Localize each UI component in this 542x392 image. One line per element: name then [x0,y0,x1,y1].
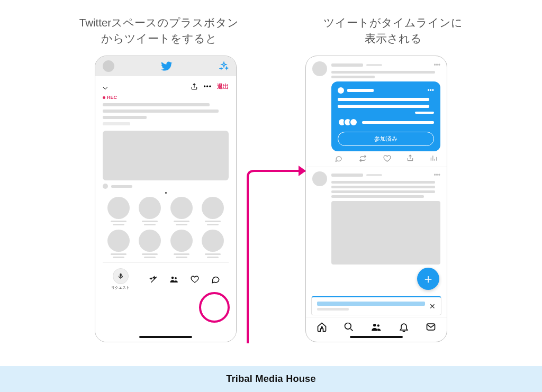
chevron-down-icon[interactable]: ⌵ [103,81,108,92]
highlight-ring [199,292,230,323]
people-icon[interactable] [169,275,179,284]
phone-right: ••• ••• [305,56,447,342]
participant[interactable] [134,230,166,258]
space-toolbar: リクエスト [103,262,229,294]
request-label: リクエスト [111,285,130,290]
name-line [331,174,363,177]
more-icon[interactable]: ••• [203,83,212,90]
image-caption [103,184,229,189]
participants-grid [103,197,229,258]
title-line [103,103,210,106]
participant[interactable] [197,197,229,225]
nav-home-icon[interactable] [317,322,327,332]
space-embed-card[interactable]: ••• 参加済み [331,81,440,151]
text-line [331,195,424,198]
share-icon[interactable] [406,154,414,162]
space-bar-sub [317,308,349,311]
nav-people-icon[interactable] [371,322,382,332]
space-bar-title [317,302,425,306]
space-card: ⌵ ••• 退出 REC [95,76,236,342]
rec-dot-icon [103,96,105,99]
space-mini-bar[interactable]: ✕ [311,296,441,315]
svg-point-1 [175,277,177,279]
tweet-avatar [312,171,327,186]
analytics-icon[interactable] [430,154,437,162]
leave-button[interactable]: 退出 [217,83,229,90]
close-icon[interactable]: ✕ [429,302,436,311]
space-image [103,131,229,180]
profile-avatar[interactable] [103,60,114,72]
twitter-logo-icon [161,60,173,72]
home-indicator [139,336,192,338]
caption-right: ツイートがタイムラインに 表示される [323,15,463,46]
tweet-image [331,201,440,265]
compose-fab[interactable]: ＋ [417,268,439,290]
nav-messages-icon[interactable] [426,322,436,332]
tweet[interactable]: ••• ••• [312,61,440,162]
name-line [331,63,363,67]
more-icon[interactable]: ••• [433,61,440,69]
reply-icon[interactable] [335,154,342,162]
captions-row: Twitterスペースのプラスボタン からツイートをすると ツイートがタイムライ… [0,0,542,46]
embed-title-line [338,105,429,108]
space-top-bar: ⌵ ••• 退出 [103,81,229,92]
svg-point-2 [321,327,322,329]
participant[interactable] [166,197,197,225]
sparkle-icon[interactable] [219,61,229,71]
participant[interactable] [103,230,134,258]
text-line [331,181,435,184]
flow-arrow [222,102,318,356]
plus-icon: ＋ [422,270,435,287]
more-icon[interactable]: ••• [433,171,440,179]
effects-icon[interactable] [149,275,158,284]
caption-avatar [103,184,108,189]
title-line [103,110,219,113]
nav-notifications-icon[interactable] [399,322,409,332]
embed-title-line [338,98,429,101]
handle-line [366,174,382,176]
phones-row: ⌵ ••• 退出 REC [0,56,542,342]
separator [306,167,447,167]
bottom-nav [306,317,447,334]
twitter-header [95,56,236,76]
svg-point-4 [373,324,376,326]
caption-line [111,185,132,188]
subtitle-line [103,116,147,119]
participant[interactable] [166,230,197,258]
joined-button[interactable]: 参加済み [338,132,434,146]
pager-dot [165,192,167,194]
text-line [331,71,435,74]
embed-name [347,89,374,92]
comment-icon[interactable] [211,275,220,284]
mic-button[interactable] [113,268,129,284]
embed-meta-line [415,112,434,114]
share-icon[interactable] [191,83,198,90]
embed-avatar [338,87,344,94]
reaction-icon[interactable] [191,275,199,284]
caption-left: Twitterスペースのプラスボタン からツイートをすると [79,15,239,46]
retweet-icon[interactable] [358,154,367,162]
tweet[interactable]: ••• [312,171,440,265]
embed-participants [338,118,434,126]
timeline: ••• ••• [306,56,447,342]
meta-line [103,122,130,125]
svg-point-3 [345,323,351,330]
rec-indicator: REC [103,95,229,100]
handle-line [366,64,382,66]
participant[interactable] [103,197,134,225]
svg-point-5 [377,325,380,327]
text-line [331,76,375,78]
footer-brand: Tribal Media House [0,366,542,392]
tweet-actions [331,151,440,162]
text-line [331,190,435,193]
svg-point-0 [171,277,174,279]
participant[interactable] [197,230,229,258]
like-icon[interactable] [383,154,391,162]
more-icon[interactable]: ••• [427,87,434,94]
phone-left: ⌵ ••• 退出 REC [95,56,237,342]
home-indicator [350,336,403,338]
tweet-avatar [312,61,327,76]
text-line [331,186,435,188]
nav-search-icon[interactable] [344,322,354,332]
participant[interactable] [134,197,166,225]
